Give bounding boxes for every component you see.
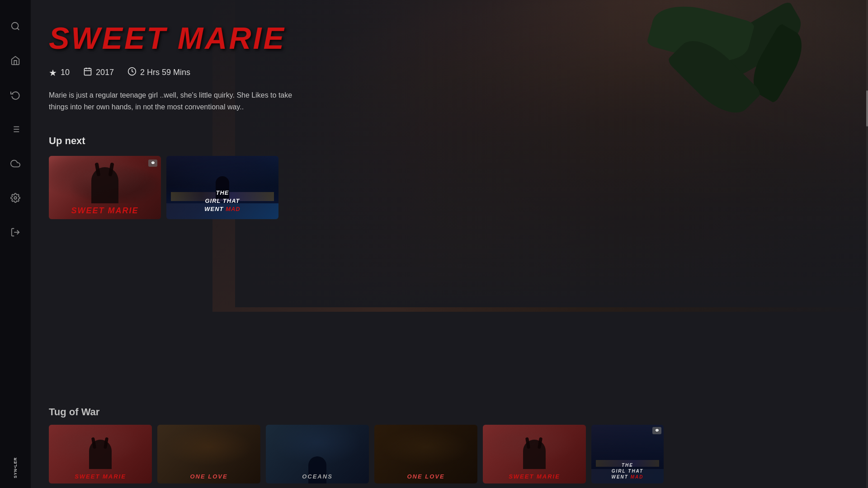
tug-item-oceans[interactable]: OCEANS <box>266 425 369 483</box>
search-icon[interactable] <box>7 18 24 34</box>
year-item: 2017 <box>83 67 114 78</box>
recent-icon[interactable] <box>7 87 24 103</box>
cloud-icon[interactable] <box>7 155 24 172</box>
main-content: SWEET MARIE ★ 10 2017 2 Hrs 59 Mins Mari… <box>31 0 868 488</box>
duration-item: 2 Hrs 59 Mins <box>127 67 190 78</box>
svg-line-1 <box>17 28 19 30</box>
up-next-title-1: SWEET MARIE <box>49 206 161 216</box>
up-next-row: 💬 SWEET MARIE thegirl thatwent Mad <box>49 156 841 219</box>
movie-meta: ★ 10 2017 2 Hrs 59 Mins <box>49 67 841 78</box>
svg-point-8 <box>14 197 17 199</box>
tug-title-ol1: ONE LOVE <box>157 473 260 480</box>
tug-item-one-love-1[interactable]: ONE LOVE <box>157 425 260 483</box>
chat-bubble-tug: 💬 <box>652 427 661 434</box>
tug-title-sm1: SWEET MARIE <box>49 473 152 480</box>
star-icon: ★ <box>49 67 57 78</box>
tug-item-sweet-marie-1[interactable]: SWEET MARIE <box>49 425 152 483</box>
girl-mad-title-text: thegirl thatwent Mad <box>166 189 278 214</box>
logout-icon[interactable] <box>7 224 24 240</box>
tug-title-ol2: ONE LOVE <box>374 473 477 480</box>
tug-item-one-love-2[interactable]: ONE LOVE <box>374 425 477 483</box>
thumbnail-figure-1 <box>49 156 161 203</box>
tug-of-war-section: Tug of War SWEET MARIE ONE LOVE <box>49 406 868 483</box>
up-next-item-sweet-marie[interactable]: 💬 SWEET MARIE <box>49 156 161 219</box>
chat-bubble-1: 💬 <box>148 160 157 167</box>
movie-description: Marie is just a regular teenage girl ..w… <box>49 89 293 113</box>
tug-of-war-row: SWEET MARIE ONE LOVE OCEANS ONE LOVE <box>49 425 868 483</box>
tug-title-gm2: thegirl thatwent Mad <box>591 462 664 480</box>
scroll-thumb[interactable] <box>866 90 868 127</box>
duration-value: 2 Hrs 59 Mins <box>140 68 190 77</box>
svg-rect-10 <box>85 68 91 75</box>
sidebar: SYN•LER <box>0 0 31 488</box>
tug-title-sm2: SWEET MARIE <box>483 473 586 480</box>
clock-icon <box>127 67 137 78</box>
movie-title: SWEET MARIE <box>49 23 841 53</box>
up-next-item-girl-mad[interactable]: thegirl thatwent Mad <box>166 156 278 219</box>
settings-icon[interactable] <box>7 190 24 206</box>
scroll-indicator <box>866 0 868 488</box>
app-logo: SYN•LER <box>13 457 18 479</box>
tug-item-sweet-marie-2[interactable]: SWEET MARIE <box>483 425 586 483</box>
home-icon[interactable] <box>7 52 24 69</box>
up-next-label: Up next <box>49 135 841 147</box>
year-value: 2017 <box>96 68 114 77</box>
rating-item: ★ 10 <box>49 67 70 78</box>
tug-title-oc: OCEANS <box>266 473 369 480</box>
list-icon[interactable] <box>7 121 24 137</box>
rating-value: 10 <box>61 68 70 77</box>
tug-item-girl-mad-2[interactable]: 💬 thegirl thatwent Mad <box>591 425 664 483</box>
svg-point-0 <box>12 23 19 29</box>
tug-of-war-label: Tug of War <box>49 406 868 418</box>
calendar-icon <box>83 67 92 78</box>
